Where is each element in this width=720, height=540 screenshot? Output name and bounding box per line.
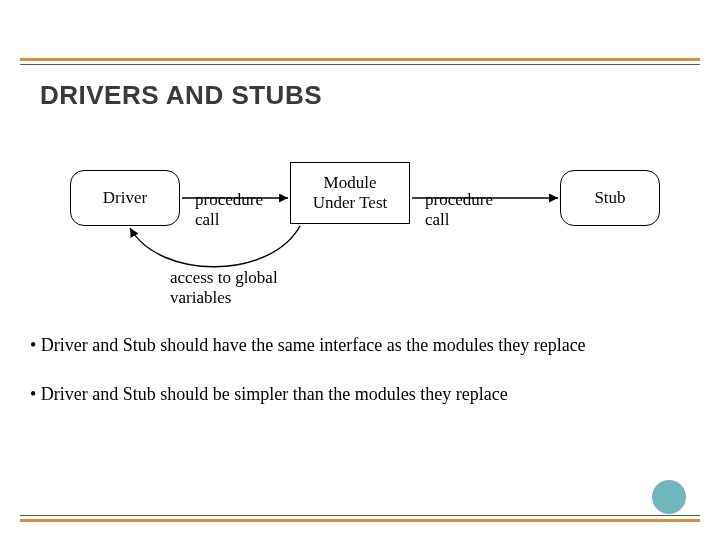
bullet-item: • Driver and Stub should have the same i… (30, 335, 690, 356)
top-accent-rule (20, 58, 700, 61)
top-thin-rule (20, 64, 700, 65)
edge-label-procedure-call-2: procedurecall (425, 190, 515, 231)
node-module-under-test: ModuleUnder Test (290, 162, 410, 224)
edge-label-procedure-call-1: procedurecall (195, 190, 285, 231)
edge-label-globals: access to globalvariables (170, 268, 330, 309)
slide-title: DRIVERS AND STUBS (40, 80, 322, 111)
corner-badge-circle (652, 480, 686, 514)
bottom-thin-rule (20, 515, 700, 516)
diagram-area: Driver ModuleUnder Test Stub procedureca… (0, 160, 720, 320)
bottom-accent-rule (20, 519, 700, 522)
bullet-item: • Driver and Stub should be simpler than… (30, 384, 690, 405)
node-stub: Stub (560, 170, 660, 226)
node-driver: Driver (70, 170, 180, 226)
bullet-list: • Driver and Stub should have the same i… (30, 335, 690, 433)
